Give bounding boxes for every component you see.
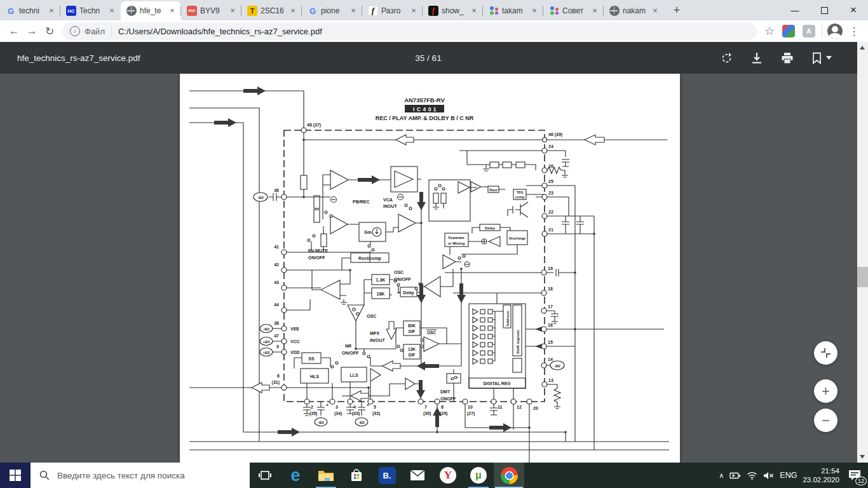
tab-close-icon[interactable]: × <box>409 6 419 16</box>
tab-2sc16[interactable]: T2SC16× <box>241 1 302 20</box>
pin-label: (33) <box>352 411 360 416</box>
pin-label: 41 <box>274 245 279 249</box>
url-field[interactable]: i Файл C:/Users/A/Downloads/hfe_technics… <box>62 22 757 40</box>
back-icon[interactable]: ← <box>5 22 23 40</box>
start-button[interactable] <box>0 463 31 488</box>
pin-label: 9 <box>276 344 279 349</box>
block-label: DIF <box>409 329 416 334</box>
tab-techn[interactable]: HCTechn× <box>60 1 121 20</box>
tab-close-icon[interactable]: × <box>107 6 117 16</box>
forward-icon[interactable]: → <box>23 22 41 40</box>
tab-label: Разго <box>381 6 405 15</box>
tab-close-icon[interactable]: × <box>348 6 358 16</box>
rail-label: VDD <box>290 350 300 355</box>
page-info-icon[interactable]: i <box>70 26 80 36</box>
tab-close-icon[interactable]: × <box>167 6 177 16</box>
minimize-button[interactable]: — <box>780 0 810 20</box>
bookmark-star-icon[interactable]: ☆ <box>761 22 778 40</box>
pin-label: 20 <box>533 406 538 410</box>
bookmark-icon[interactable] <box>812 52 832 64</box>
pin-label: 42 <box>274 262 279 267</box>
clock[interactable]: 21:54 23.02.2020 <box>803 466 839 484</box>
volume-muted-icon[interactable] <box>763 471 774 480</box>
tab-close-icon[interactable]: × <box>650 6 660 16</box>
pin-label: 17 <box>548 304 553 309</box>
print-icon[interactable] <box>781 52 794 64</box>
rail-label: -B2 <box>358 421 365 424</box>
extension-icon[interactable] <box>782 25 795 37</box>
scroll-down-icon[interactable] <box>860 455 865 459</box>
block-label: DIF <box>409 353 416 357</box>
utorrent-icon: µ <box>470 467 487 484</box>
pdf-viewport[interactable]: AN7357FB-RV IC401 REC / PLAY AMP. & DOLB… <box>0 74 868 463</box>
pin-label: (30) <box>423 411 431 416</box>
rail-label: +B2 <box>262 351 270 355</box>
mail-icon <box>410 470 425 481</box>
tab-show[interactable]: fshow_× <box>423 1 483 20</box>
tab-close-icon[interactable]: × <box>529 6 539 16</box>
pin-label: 2 <box>311 405 313 409</box>
reload-icon[interactable]: ↻ <box>41 22 58 40</box>
rotate-icon[interactable] <box>721 52 733 64</box>
taskbar-search[interactable] <box>31 463 250 488</box>
block-label: ON/OFF <box>342 351 359 355</box>
profile-avatar[interactable] <box>827 24 843 39</box>
block-label: DIGITAL REG <box>483 381 510 386</box>
notification-center-button[interactable]: 12 <box>845 466 864 485</box>
hc-favicon-icon: HC <box>66 6 76 16</box>
tab-close-icon[interactable]: × <box>590 6 600 16</box>
utorrent-button[interactable]: µ <box>463 463 494 488</box>
block-label: Address <box>505 311 510 327</box>
store-button[interactable] <box>341 463 372 488</box>
battery-icon[interactable] <box>729 471 741 480</box>
tab-nakam[interactable]: nakam× <box>604 1 664 20</box>
pin-label: 18 <box>548 287 553 291</box>
tab-razgo-1[interactable]: fРазго× <box>362 1 423 20</box>
tab-label: takam <box>502 6 526 15</box>
pin-label: 43 <box>274 280 279 285</box>
search-input[interactable] <box>56 470 236 481</box>
file-explorer-button[interactable] <box>311 463 341 488</box>
tab-hfe-active[interactable]: hfe_te× <box>121 1 181 20</box>
tray-chevron-icon[interactable]: ∧ <box>719 471 724 480</box>
restore-button[interactable] <box>810 0 839 20</box>
download-icon[interactable] <box>751 52 763 64</box>
fit-page-button[interactable] <box>814 341 837 365</box>
google-favicon-icon: G <box>308 6 318 16</box>
pin-label: 6 <box>277 374 280 378</box>
yandex-button[interactable]: Y <box>433 463 463 488</box>
chrome-menu-icon[interactable]: ⋮ <box>845 22 863 40</box>
chrome-button[interactable] <box>494 463 524 488</box>
tab-close-icon[interactable]: × <box>227 6 238 16</box>
tab-takam[interactable]: takam× <box>483 1 543 20</box>
close-window-button[interactable]: × <box>839 0 868 20</box>
pin-label: 24 <box>548 144 553 149</box>
pin-label: 22 <box>548 210 553 214</box>
vertical-scrollbar[interactable] <box>857 42 868 463</box>
pin-label: 19 <box>548 266 553 271</box>
mail-button[interactable] <box>402 463 433 488</box>
task-view-button[interactable] <box>250 463 280 488</box>
language-indicator[interactable]: ENG <box>780 471 797 480</box>
pin-label: 16 <box>548 323 553 327</box>
zoom-in-button[interactable]: + <box>814 379 837 403</box>
tab-close-icon[interactable]: × <box>469 6 479 16</box>
scroll-up-icon[interactable] <box>860 46 865 50</box>
new-tab-button[interactable]: + <box>668 1 686 19</box>
zoom-out-button[interactable]: − <box>814 409 837 432</box>
scrollbar-thumb[interactable] <box>857 267 868 287</box>
tab-byv9[interactable]: PDFBYV9× <box>181 1 241 20</box>
edge-button[interactable]: e <box>280 463 311 488</box>
tab-sovet[interactable]: Совет× <box>543 1 604 20</box>
wifi-icon[interactable] <box>747 471 757 480</box>
f-favicon-icon: f <box>428 6 438 16</box>
tab-close-icon[interactable]: × <box>46 6 57 16</box>
yandex-icon: Y <box>440 467 456 484</box>
block-label: Gm <box>364 230 372 234</box>
tab-techni[interactable]: Gtechni× <box>0 1 60 20</box>
pin-label: 15 <box>548 340 553 344</box>
tab-close-icon[interactable]: × <box>288 6 298 16</box>
adobe-acrobat-extension-icon[interactable]: A <box>803 25 815 37</box>
tab-pione[interactable]: Gpione× <box>302 1 362 20</box>
b-app-button[interactable]: B. <box>372 463 402 488</box>
